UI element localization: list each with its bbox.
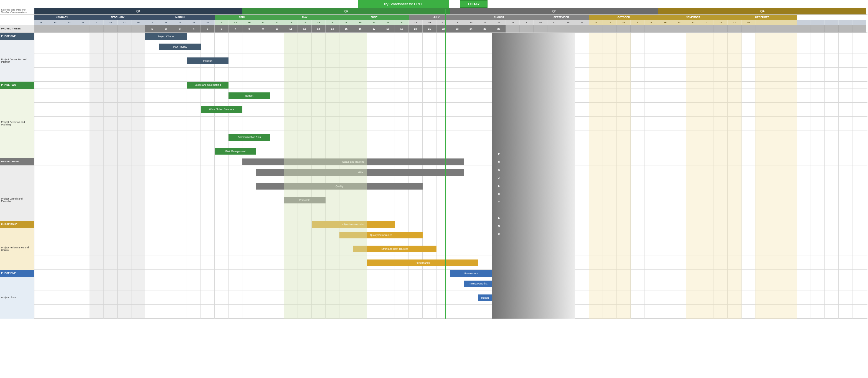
day-col: 11 [284, 20, 298, 25]
project-week-cell [34, 25, 48, 32]
project-week-cell: 7 [228, 25, 242, 32]
gantt-chart: Try Smartsheet for FREE TODAY Enter the … [0, 0, 868, 319]
project-week-cell [62, 25, 76, 32]
day-col: 20 [423, 20, 436, 25]
task-bar[interactable]: Work Bkdwn Structure [201, 106, 242, 113]
day-col: 6 [34, 20, 48, 25]
day-col: 8 [339, 20, 353, 25]
task-bar[interactable]: Project Punchlist [464, 281, 492, 287]
project-week-cell: 17 [367, 25, 381, 32]
month-october: OCTOBER [589, 15, 658, 20]
project-week-cell [90, 25, 104, 32]
day-col: 19 [603, 20, 617, 25]
day-col: 7 [520, 20, 533, 25]
project-week-cell: 22 [436, 25, 451, 32]
month-august: AUGUST [464, 15, 533, 20]
task-bar[interactable]: Project Charter [145, 33, 187, 40]
project-week-cell [839, 25, 852, 32]
task-bar[interactable]: Scope and Goal Setting [187, 82, 228, 89]
project-week-cell: 16 [353, 25, 367, 32]
project-week-cell [603, 25, 617, 32]
day-col: 6 [395, 20, 409, 25]
task-bar[interactable]: Initiation [187, 57, 228, 64]
project-week-cell: 20 [409, 25, 423, 32]
day-col: 22 [367, 20, 381, 25]
day-col: 9 [159, 20, 173, 25]
task-bar[interactable]: Quality Deliverables [339, 232, 423, 238]
day-col: 14 [714, 20, 728, 25]
day-col: 27 [436, 20, 451, 25]
project-week-cell [811, 25, 825, 32]
task-bar[interactable]: Status and Tracking [242, 158, 464, 165]
task-bar[interactable]: Budget [228, 92, 270, 99]
project-week-cell [686, 25, 700, 32]
month-february: FEBRUARY [90, 15, 145, 20]
task-bar[interactable]: Objective Execution [312, 221, 395, 228]
day-col: 28 [561, 20, 575, 25]
task-bar[interactable]: Forecasts [284, 197, 326, 203]
day-col: 15 [353, 20, 367, 25]
day-col: 17 [118, 20, 131, 25]
task-bar[interactable]: Postmortem [451, 270, 492, 277]
task-bar[interactable]: Communication Plan [228, 134, 270, 141]
task-bar[interactable]: Report [478, 294, 492, 301]
month-june: JUNE [339, 15, 409, 20]
project-week-cell: 13 [312, 25, 326, 32]
project-week-cell [48, 25, 62, 32]
task-bar[interactable]: Plan Review [159, 43, 201, 50]
project-week-cell: 12 [298, 25, 312, 32]
project-week-cell: 21 [423, 25, 436, 32]
project-week-cell [658, 25, 672, 32]
day-col: 12 [589, 20, 603, 25]
project-week-cell [714, 25, 728, 32]
quarter-q2: Q2 [242, 8, 451, 14]
project-week-cell [76, 25, 90, 32]
day-col: 26 [617, 20, 631, 25]
day-col: 3 [90, 20, 104, 25]
day-col: 16 [658, 20, 672, 25]
project-week-cell: 14 [326, 25, 339, 32]
project-week-cell [755, 25, 769, 32]
day-col: 21 [728, 20, 742, 25]
task-bar[interactable]: Effort and Cost Tracking [353, 245, 436, 252]
day-col: 3 [451, 20, 464, 25]
day-col: 23 [187, 20, 201, 25]
task-bar[interactable]: Performance [367, 260, 478, 266]
day-col: 6 [215, 20, 228, 25]
day-col: 7 [700, 20, 714, 25]
day-col: 5 [575, 20, 589, 25]
project-week-cell [645, 25, 658, 32]
day-col: 30 [201, 20, 215, 25]
day-col: 31 [506, 20, 520, 25]
month-december: DECEMBER [728, 15, 797, 20]
project-week-cell [825, 25, 839, 32]
day-col: 13 [228, 20, 242, 25]
task-bar[interactable]: Quality [256, 183, 423, 190]
day-col: 28 [742, 20, 755, 25]
try-smartsheet-button[interactable]: Try Smartsheet for FREE [358, 0, 449, 8]
project-week-cell: 4 [187, 25, 201, 32]
day-col: 10 [104, 20, 118, 25]
month-april: APRIL [215, 15, 270, 20]
today-button[interactable]: TODAY [460, 0, 488, 8]
day-col: 25 [312, 20, 326, 25]
task-bar[interactable]: KPIs [256, 169, 464, 176]
project-week-cell [104, 25, 118, 32]
project-week-cell: 1 [145, 25, 159, 32]
day-col: 1 [326, 20, 339, 25]
project-week-cell: 3 [173, 25, 187, 32]
quarter-q3: Q3 [451, 8, 658, 14]
project-week-cell: 11 [284, 25, 298, 32]
project-week-cell: 18 [381, 25, 395, 32]
project-week-cell [506, 25, 520, 32]
project-week-cell: 6 [215, 25, 228, 32]
day-col: 23 [672, 20, 686, 25]
day-col: 16 [173, 20, 187, 25]
task-bar[interactable]: Risk Management [215, 148, 256, 154]
project-week-cell [742, 25, 755, 32]
day-col: 18 [298, 20, 312, 25]
day-col: 27 [76, 20, 90, 25]
project-week-cell: 5 [201, 25, 215, 32]
project-week-cell [561, 25, 575, 32]
project-week-cell: 19 [395, 25, 409, 32]
